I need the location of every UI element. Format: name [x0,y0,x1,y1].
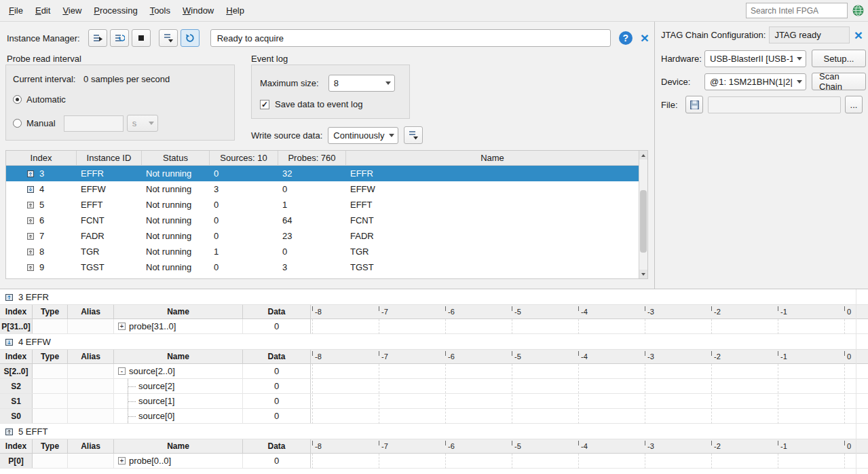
browse-file-button[interactable]: ... [845,96,863,113]
column-header-index[interactable]: Index [0,439,33,453]
column-header-type[interactable]: Type [33,439,68,453]
column-header-name[interactable]: Name [114,305,243,318]
file-path-input[interactable] [708,96,841,113]
stop-read-button[interactable] [132,29,151,47]
column-header-name[interactable]: Name [114,439,243,453]
column-header-type[interactable]: Type [33,350,68,363]
write-source-now-button[interactable] [404,126,423,144]
setup-button[interactable]: Setup... [812,50,866,67]
hardware-select[interactable]: USB-BlasterII [USB-1] [704,50,806,67]
menu-item-help[interactable]: Help [220,3,250,18]
table-row[interactable]: 3 EFFR Not running 0 32 EFFR [6,166,639,181]
expander-icon[interactable]: + [118,323,126,330]
scan-chain-button[interactable]: Scan Chain [812,73,866,90]
save-event-log-row[interactable]: ✓ Save data to event log [260,99,409,109]
menu-item-view[interactable]: View [56,3,88,18]
signal-data-cell[interactable]: 0 [243,454,311,468]
interval-unit-select[interactable]: s [127,115,158,132]
table-row[interactable]: 4 EFFW Not running 3 0 EFFW [6,181,639,197]
column-header-data[interactable]: Data [243,305,311,318]
manual-radio-row[interactable]: Manual s [13,115,234,132]
write-source-data-button[interactable] [159,29,178,47]
column-header-alias[interactable]: Alias [68,305,114,318]
menu-item-file[interactable]: File [3,3,29,18]
manual-radio[interactable] [13,119,22,128]
read-probe-data-button[interactable] [88,29,107,47]
continuous-read-button[interactable] [110,29,129,47]
column-header-index[interactable]: Index [6,151,77,165]
column-header-instance-id[interactable]: Instance ID [77,151,142,165]
signal-name-cell[interactable]: + probe[0..0] [114,454,243,468]
column-header-probes[interactable]: Probes: 760 [278,151,346,165]
cell-instance-id: EFFW [77,184,142,194]
automatic-radio-row[interactable]: Automatic [13,94,234,105]
waveform-table-header: Index Type Alias Name Data -8 -7 -6 -5 -… [0,305,868,319]
signal-data-cell[interactable]: 0 [243,394,311,408]
signal-alias-cell[interactable] [68,454,114,468]
table-row[interactable]: 5 EFFT Not running 0 1 EFFT [6,197,639,213]
expander-icon[interactable]: + [118,457,126,464]
signal-alias-cell[interactable] [68,409,114,423]
column-header-index[interactable]: Index [0,305,33,318]
signal-index-cell[interactable]: P[0] [0,454,33,468]
device-value: @1: 1SM21BHN(1|2|3 [710,77,793,87]
continuous-write-toggle-button[interactable] [181,29,200,47]
signal-name-cell[interactable]: source[0] [114,409,243,423]
column-header-alias[interactable]: Alias [68,439,114,453]
signal-data-cell[interactable]: 0 [243,379,311,393]
signal-data-cell[interactable]: 0 [243,409,311,423]
column-header-index[interactable]: Index [0,350,33,363]
close-jtag-panel-icon[interactable]: × [854,29,863,42]
help-button[interactable]: ? [619,31,633,45]
column-header-status[interactable]: Status [142,151,210,165]
menu-item-window[interactable]: Window [176,3,220,18]
device-select[interactable]: @1: 1SM21BHN(1|2|3 [704,73,806,90]
signal-name-cell[interactable]: source[1] [114,394,243,408]
automatic-radio[interactable] [13,95,22,104]
collapse-icon[interactable]: - [118,367,126,375]
column-header-data[interactable]: Data [243,439,311,453]
signal-index-cell[interactable]: S2 [0,379,33,393]
save-file-button[interactable] [685,96,703,113]
maximum-size-select[interactable]: 8 [328,75,395,92]
column-header-sources[interactable]: Sources: 10 [210,151,278,165]
signal-data-cell[interactable]: 0 [243,319,311,333]
column-header-name[interactable]: Name [346,151,639,165]
cell-sources: 0 [210,215,278,225]
scrollbar-thumb[interactable] [640,190,647,253]
signal-alias-cell[interactable] [68,379,114,393]
instance-table-scrollbar[interactable] [639,151,647,278]
signal-alias-cell[interactable] [68,364,114,378]
write-source-mode-select[interactable]: Continuously [328,127,398,144]
table-row[interactable]: 9 TGST Not running 0 3 TGST [6,259,639,275]
signal-data-cell[interactable]: 0 [243,364,311,378]
column-header-data[interactable]: Data [243,350,311,363]
column-header-type[interactable]: Type [33,305,68,318]
signal-alias-cell[interactable] [68,319,114,333]
intel-globe-icon [852,5,864,16]
table-row[interactable]: 7 FADR Not running 0 23 FADR [6,228,639,244]
search-input[interactable] [746,3,848,18]
signal-name-cell[interactable]: + probe[31..0] [114,319,243,333]
signal-name-cell[interactable]: - source[2..0] [114,364,243,378]
menu-item-tools[interactable]: Tools [144,3,176,18]
manual-interval-input[interactable] [64,115,124,132]
scroll-down-button[interactable] [639,270,647,278]
signal-index-cell[interactable]: P[31..0] [0,319,33,333]
close-pane-icon[interactable]: × [641,31,649,45]
table-row[interactable]: 8 TGR Not running 1 0 TGR [6,244,639,259]
scroll-up-button[interactable] [639,151,647,160]
signal-index-cell[interactable]: S1 [0,394,33,408]
signal-alias-cell[interactable] [68,394,114,408]
waveform-table-header: Index Type Alias Name Data -8 -7 -6 -5 -… [0,439,868,454]
file-row: File: ... [661,96,863,113]
table-row[interactable]: 6 FCNT Not running 0 64 FCNT [6,213,639,228]
menu-item-edit[interactable]: Edit [29,3,56,18]
signal-index-cell[interactable]: S[2..0] [0,364,33,378]
column-header-name[interactable]: Name [114,350,243,363]
menu-item-processing[interactable]: Processing [88,3,143,18]
signal-name-cell[interactable]: source[2] [114,379,243,393]
signal-index-cell[interactable]: S0 [0,409,33,423]
save-event-log-checkbox[interactable]: ✓ [260,100,269,109]
column-header-alias[interactable]: Alias [68,350,114,363]
